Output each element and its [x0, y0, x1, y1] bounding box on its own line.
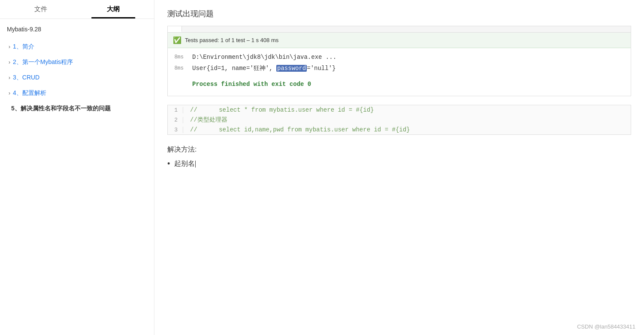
chevron-right-icon: ›	[9, 90, 10, 96]
sidebar-item-nav-4[interactable]: › 4、配置解析	[7, 86, 147, 100]
code-block: 1// select * from mybatis.user where id …	[167, 105, 631, 135]
line2-before: User{id=1, name='狂神',	[192, 65, 276, 72]
sidebar-item-label: 1、简介	[13, 43, 34, 51]
line2-after: ='null'}	[307, 65, 336, 72]
sidebar-tab-bar: 文件 大纲	[0, 0, 154, 19]
line2-ms: 8ms	[168, 64, 187, 73]
line1-content: D:\Environment\jdk8\jdk\bin\java.exe ...	[187, 52, 631, 63]
test-passed-bar: ✅ Tests passed: 1 of 1 test – 1 s 408 ms	[168, 33, 631, 48]
chevron-right-icon: ›	[9, 44, 10, 50]
output-line-2: 8ms User{id=1, name='狂神', password='null…	[168, 63, 631, 74]
test-passed-icon: ✅	[173, 36, 181, 44]
bullet-list: •起别名	[167, 159, 631, 168]
exit-text: Process finished with exit code 0	[187, 74, 316, 92]
line2-highlight: password	[276, 65, 307, 72]
section-title: 测试出现问题	[167, 9, 631, 19]
line1-ms: 8ms	[168, 53, 187, 61]
test-tab-bar	[168, 26, 631, 33]
bullet-text: 起别名	[174, 159, 195, 168]
output-line-1: 8ms D:\Environment\jdk8\jdk\bin\java.exe…	[168, 52, 631, 63]
chevron-right-icon: ›	[9, 59, 10, 65]
sidebar-item-nav-5[interactable]: 5、解决属性名和字段名不一致的问题	[7, 101, 147, 116]
code-line-content: //类型处理器	[183, 116, 234, 124]
main-content: 测试出现问题 ✅ Tests passed: 1 of 1 test – 1 s…	[154, 0, 644, 335]
test-passed-text: Tests passed: 1 of 1 test – 1 s 408 ms	[185, 37, 278, 43]
code-line-number: 3	[168, 127, 183, 133]
doc-title: Mybatis-9.28	[7, 26, 147, 33]
chevron-right-icon: ›	[9, 75, 10, 81]
bullet-dot-icon: •	[167, 159, 170, 168]
code-line-number: 2	[168, 117, 183, 123]
tab-file[interactable]: 文件	[4, 0, 77, 18]
code-line-content: // select * from mybatis.user where id =…	[183, 107, 381, 113]
code-line: 1// select * from mybatis.user where id …	[168, 105, 631, 115]
sidebar-item-label: 2、第一个Mybatis程序	[13, 58, 73, 66]
code-line: 2//类型处理器	[168, 115, 631, 125]
sidebar-nav: › 1、简介› 2、第一个Mybatis程序› 3、CRUD› 4、配置解析5、…	[7, 40, 147, 116]
line2-content: User{id=1, name='狂神', password='null'}	[187, 63, 631, 74]
sidebar-item-nav-2[interactable]: › 2、第一个Mybatis程序	[7, 55, 147, 70]
code-line-content: // select id,name,pwd from mybatis.user …	[183, 126, 417, 133]
footer-watermark: CSDN @lan584433411	[577, 323, 635, 330]
sidebar-item-nav-1[interactable]: › 1、简介	[7, 40, 147, 54]
sidebar: 文件 大纲 Mybatis-9.28 › 1、简介› 2、第一个Mybatis程…	[0, 0, 154, 335]
code-line: 3// select id,name,pwd from mybatis.user…	[168, 125, 631, 134]
sidebar-item-label: 3、CRUD	[13, 74, 39, 82]
sidebar-item-label: 4、配置解析	[13, 89, 46, 97]
text-cursor	[195, 161, 196, 168]
solution-title: 解决方法:	[167, 145, 631, 154]
code-line-number: 1	[168, 107, 183, 113]
tab-outline[interactable]: 大纲	[77, 0, 150, 18]
test-tab-run[interactable]	[168, 26, 182, 32]
sidebar-content: Mybatis-9.28 › 1、简介› 2、第一个Mybatis程序› 3、C…	[0, 19, 154, 124]
bullet-item: •起别名	[167, 159, 631, 168]
solution-section: 解决方法: •起别名	[167, 145, 631, 168]
output-line-exit: Process finished with exit code 0	[168, 74, 631, 92]
sidebar-item-label: 5、解决属性名和字段名不一致的问题	[11, 105, 111, 113]
sidebar-item-nav-3[interactable]: › 3、CRUD	[7, 70, 147, 85]
test-output-body: 8ms D:\Environment\jdk8\jdk\bin\java.exe…	[168, 48, 631, 96]
test-output-panel: ✅ Tests passed: 1 of 1 test – 1 s 408 ms…	[167, 26, 631, 96]
